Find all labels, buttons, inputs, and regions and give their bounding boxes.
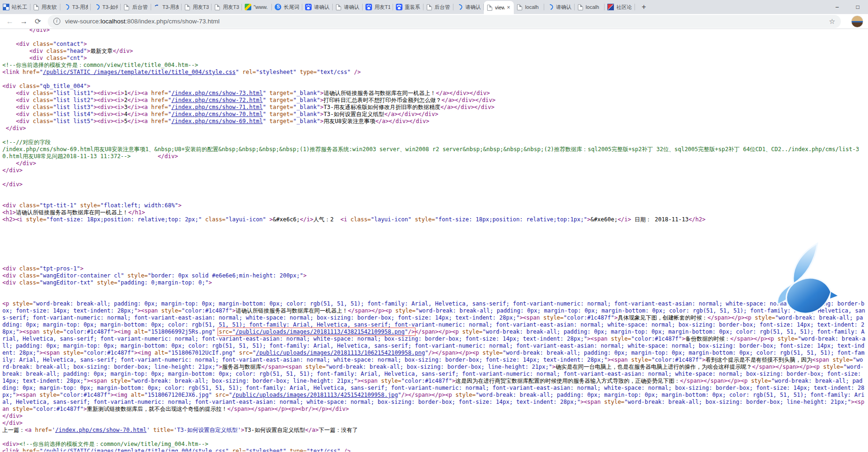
colorful-favicon-icon [245, 4, 251, 10]
tab-strip: 站长工用友软T3-用友T3-如何后台管T3-用友用友T3用友T3"www.长尾词… [0, 0, 635, 14]
source-token: "list list4" [53, 111, 94, 117]
source-link[interactable]: /index.php/cms/show-73.html [171, 90, 263, 96]
source-token: </a></div></div> [436, 90, 490, 96]
source-token: 打印科目汇总表时不想打印外币金额列怎么做？ [323, 97, 441, 103]
info-icon[interactable]: i [53, 18, 60, 25]
source-token: "cnt" [66, 55, 83, 61]
doc-favicon-icon [427, 4, 432, 10]
source-line: /index.php/cms/show-69.html用友U8安装注意事项1、&… [2, 146, 866, 160]
source-token: "tpt-tit-1" [39, 202, 80, 209]
source-token: class= [19, 202, 39, 209]
source-token: ><div><i> [94, 90, 124, 96]
window-controls: – □ [827, 0, 868, 14]
source-token: </div> [2, 29, 50, 33]
bookmark-star-icon[interactable]: ☆ [829, 17, 835, 26]
source-token: 看到这个提示是不是有些摸不到头脑，因为 [706, 357, 812, 363]
source-link[interactable]: /index.php/cms/show-69.html [171, 118, 263, 124]
source-token: "wangEditor-txt" [39, 279, 97, 286]
source-token: "padding: 0;margin-top: 0;" [117, 279, 209, 286]
source-link[interactable]: /public/uploads/images/20181113/10621542… [256, 350, 425, 356]
tab-label: 后台管 [435, 4, 451, 11]
source-token: "tpt-pros-1" [39, 265, 80, 272]
source-token: </div> [2, 167, 22, 174]
source-token: /></span></p><p [401, 392, 456, 398]
source-token: class= [33, 111, 53, 117]
source-token: " [236, 69, 242, 75]
url-host: localhost [101, 18, 125, 25]
source-line [2, 174, 866, 181]
highlight-box: src="/public/uploads/images/20181113/438… [219, 328, 415, 335]
source-token: </a> [305, 427, 319, 433]
url-scheme: view-source: [65, 18, 101, 25]
source-link[interactable]: /index.php/cms/show-72.html [171, 97, 263, 103]
doc-favicon-icon [34, 4, 39, 10]
browser-tab[interactable]: 用友T3 [212, 0, 242, 14]
source-token: </div> [2, 125, 26, 131]
source-token: class= [46, 48, 66, 54]
browser-tab[interactable]: T3-用友 [151, 0, 182, 14]
source-token: alt= [154, 350, 168, 356]
source-link[interactable]: /public/STATIC /images/template/title/ti… [43, 69, 236, 75]
source-link[interactable]: /public/STATIC/images/template/title/img… [43, 448, 226, 452]
new-tab-button[interactable]: + [638, 1, 650, 13]
browser-tab[interactable]: T3-用友 [60, 0, 91, 14]
browser-tab[interactable]: 用友软 [30, 0, 61, 14]
source-token: <div [2, 48, 46, 54]
source-token: </i> [618, 216, 631, 223]
browser-tab[interactable]: 请确认 [333, 0, 363, 14]
source-link[interactable]: /public/uploads/images/20181113/43821542… [236, 328, 405, 335]
source-link[interactable]: /index.php/cms/show-70.html [171, 111, 263, 117]
browser-tab[interactable]: localh [514, 0, 544, 14]
forward-icon[interactable]: → [17, 15, 31, 28]
source-token: class= [19, 272, 39, 279]
url-bar[interactable]: i view-source:localhost:808/index.php/cm… [48, 15, 841, 28]
browser-tab[interactable]: 后台管 [423, 0, 454, 14]
browser-tab[interactable]: 请确认 [302, 0, 333, 14]
source-token: ><span [87, 378, 111, 384]
browser-tab[interactable]: 站长工 [0, 0, 30, 14]
baidu-favicon-icon [396, 4, 402, 10]
profile-avatar[interactable] [851, 15, 863, 28]
source-line: <h2><i style="font-size: 18px;position: … [2, 216, 866, 223]
source-token: style= [462, 328, 482, 335]
source-token: style= [43, 328, 63, 335]
source-token: <div [2, 83, 19, 89]
source-token: " [263, 90, 269, 96]
browser-tab[interactable]: "www. [242, 0, 272, 14]
reload-icon[interactable]: ⟳ [31, 15, 45, 28]
browser-tab[interactable]: 用友T1 [363, 0, 393, 14]
browser-tab[interactable]: 长尾词 [272, 0, 302, 14]
browser-tab[interactable]: 用友T3 [182, 0, 212, 14]
source-link[interactable]: /index.php/cms/show-71.html [171, 104, 263, 110]
tab-label: localh [586, 4, 602, 10]
minimize-button[interactable]: – [827, 4, 847, 10]
source-token: "word-break: break-all; box-sizing: bord… [326, 364, 552, 370]
browser-tab[interactable]: T3-如何 [91, 0, 121, 14]
browser-tab[interactable]: view-s× [484, 1, 514, 14]
source-link[interactable]: /index.php/cms/show-70.html [55, 427, 146, 433]
source-token: style= [13, 406, 33, 412]
source-token: href= [151, 111, 168, 117]
source-line [2, 244, 866, 251]
browser-tab[interactable]: 重装系 [393, 0, 423, 14]
browser-tab[interactable]: 社区论 [605, 0, 635, 14]
tab-label: 社区论 [616, 4, 632, 11]
source-token: ><span [580, 399, 604, 405]
back-icon[interactable]: ← [3, 15, 17, 28]
source-token: 用友U8安装注意事项 [323, 118, 375, 124]
source-line [2, 434, 866, 441]
browser-tab[interactable]: 请确认 [544, 0, 575, 14]
maximize-button[interactable]: □ [847, 4, 868, 10]
browser-tab[interactable]: 后台管 [121, 0, 151, 14]
source-token: </i><a [127, 104, 151, 110]
browser-tab[interactable]: 请确认 [453, 0, 484, 14]
source-line: <link href="/public/STATIC/images/templa… [2, 448, 866, 452]
source-line: <h1>请确认所链接服务器与数据库在同一机器上！</h1> [2, 209, 866, 216]
browser-tab[interactable]: localh [575, 0, 605, 14]
close-icon[interactable]: × [506, 4, 511, 11]
spinner-favicon-icon [93, 3, 101, 11]
source-token: style= [604, 399, 624, 405]
doc-favicon-icon [336, 4, 341, 10]
source-link[interactable]: /public/uploads/images/20181113/42515421… [232, 392, 398, 398]
source-token: ' [146, 427, 153, 433]
